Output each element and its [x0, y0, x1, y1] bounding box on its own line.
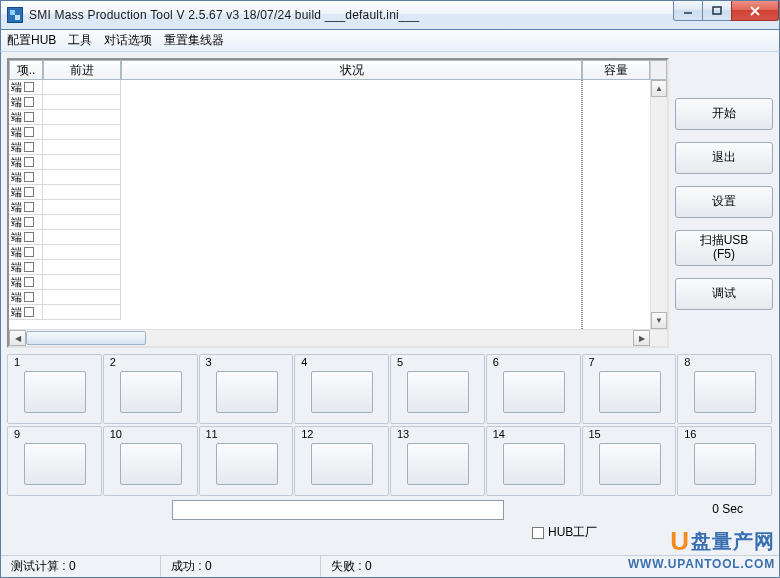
app-icon — [7, 7, 23, 23]
slot-12: 12 — [294, 426, 389, 496]
grid-row[interactable]: 端 — [9, 245, 121, 260]
slot-1: 1 — [7, 354, 102, 424]
slot-button-5[interactable] — [407, 371, 469, 413]
slot-button-12[interactable] — [311, 443, 373, 485]
close-button[interactable] — [731, 1, 779, 21]
grid-row[interactable]: 端 — [9, 110, 121, 125]
slot-15: 15 — [582, 426, 677, 496]
row-label: 端 — [11, 200, 22, 215]
row-checkbox[interactable] — [24, 187, 34, 197]
row-checkbox[interactable] — [24, 232, 34, 242]
debug-button[interactable]: 调试 — [675, 278, 773, 310]
grid-row[interactable]: 端 — [9, 155, 121, 170]
scroll-left-icon[interactable]: ◀ — [9, 330, 26, 346]
col-item[interactable]: 项.. — [9, 60, 43, 80]
grid-row[interactable]: 端 — [9, 275, 121, 290]
row-checkbox[interactable] — [24, 262, 34, 272]
window-title: SMI Mass Production Tool V 2.5.67 v3 18/… — [29, 8, 420, 22]
grid-row[interactable]: 端 — [9, 260, 121, 275]
slot-button-1[interactable] — [24, 371, 86, 413]
menu-dialog-options[interactable]: 对话选项 — [104, 32, 152, 49]
slot-number: 3 — [206, 356, 212, 368]
slot-number: 4 — [301, 356, 307, 368]
exit-button[interactable]: 退出 — [675, 142, 773, 174]
grid-row[interactable]: 端 — [9, 305, 121, 320]
scroll-up-icon[interactable]: ▲ — [651, 80, 667, 97]
slot-button-3[interactable] — [216, 371, 278, 413]
slot-button-9[interactable] — [24, 443, 86, 485]
row-label: 端 — [11, 215, 22, 230]
row-checkbox[interactable] — [24, 202, 34, 212]
row-checkbox[interactable] — [24, 172, 34, 182]
grid-row[interactable]: 端 — [9, 215, 121, 230]
status-ok: 成功 : 0 — [161, 556, 321, 577]
row-checkbox[interactable] — [24, 97, 34, 107]
statusbar: 测试计算 : 0 成功 : 0 失败 : 0 — [1, 555, 779, 577]
scroll-down-icon[interactable]: ▼ — [651, 312, 667, 329]
slot-button-7[interactable] — [599, 371, 661, 413]
menu-tools[interactable]: 工具 — [68, 32, 92, 49]
settings-button[interactable]: 设置 — [675, 186, 773, 218]
slot-button-4[interactable] — [311, 371, 373, 413]
slot-number: 7 — [589, 356, 595, 368]
col-capacity[interactable]: 容量 — [582, 60, 650, 80]
horizontal-scrollbar[interactable]: ◀ ▶ — [9, 329, 667, 346]
checkbox-icon[interactable] — [532, 527, 544, 539]
side-buttons: 开始 退出 设置 扫描USB (F5) 调试 — [675, 58, 773, 348]
start-button[interactable]: 开始 — [675, 98, 773, 130]
slot-button-16[interactable] — [694, 443, 756, 485]
grid-row[interactable]: 端 — [9, 185, 121, 200]
col-status[interactable]: 状况 — [121, 60, 582, 80]
scroll-thumb[interactable] — [26, 331, 146, 345]
slot-button-8[interactable] — [694, 371, 756, 413]
slot-number: 8 — [684, 356, 690, 368]
status-fail: 失败 : 0 — [321, 556, 481, 577]
slot-button-11[interactable] — [216, 443, 278, 485]
slot-number: 13 — [397, 428, 409, 440]
minimize-button[interactable] — [673, 1, 703, 21]
row-label: 端 — [11, 305, 22, 320]
row-checkbox[interactable] — [24, 292, 34, 302]
row-checkbox[interactable] — [24, 112, 34, 122]
scroll-right-icon[interactable]: ▶ — [633, 330, 650, 346]
row-checkbox[interactable] — [24, 142, 34, 152]
slot-button-10[interactable] — [120, 443, 182, 485]
row-checkbox[interactable] — [24, 247, 34, 257]
grid-row[interactable]: 端 — [9, 290, 121, 305]
slot-number: 1 — [14, 356, 20, 368]
slot-number: 16 — [684, 428, 696, 440]
grid-row[interactable]: 端 — [9, 80, 121, 95]
row-checkbox[interactable] — [24, 307, 34, 317]
row-checkbox[interactable] — [24, 127, 34, 137]
grid-row[interactable]: 端 — [9, 170, 121, 185]
maximize-button[interactable] — [702, 1, 732, 21]
row-checkbox[interactable] — [24, 277, 34, 287]
slot-button-14[interactable] — [503, 443, 565, 485]
grid-row[interactable]: 端 — [9, 125, 121, 140]
row-label: 端 — [11, 170, 22, 185]
row-label: 端 — [11, 275, 22, 290]
row-label: 端 — [11, 125, 22, 140]
status-text-box — [172, 500, 504, 520]
grid-row[interactable]: 端 — [9, 230, 121, 245]
slot-button-15[interactable] — [599, 443, 661, 485]
grid-row[interactable]: 端 — [9, 95, 121, 110]
vertical-scrollbar[interactable]: ▲ ▼ — [650, 80, 667, 329]
slot-button-2[interactable] — [120, 371, 182, 413]
col-progress[interactable]: 前进 — [43, 60, 121, 80]
row-checkbox[interactable] — [24, 157, 34, 167]
row-checkbox[interactable] — [24, 82, 34, 92]
slot-button-13[interactable] — [407, 443, 469, 485]
menu-reset-hub[interactable]: 重置集线器 — [164, 32, 224, 49]
slot-button-6[interactable] — [503, 371, 565, 413]
hub-factory-checkbox[interactable]: HUB工厂 — [532, 524, 597, 541]
grid-row[interactable]: 端 — [9, 200, 121, 215]
scan-usb-button[interactable]: 扫描USB (F5) — [675, 230, 773, 266]
row-label: 端 — [11, 80, 22, 95]
slots-area: 12345678 910111213141516 — [7, 348, 773, 496]
row-label: 端 — [11, 185, 22, 200]
slot-number: 9 — [14, 428, 20, 440]
row-checkbox[interactable] — [24, 217, 34, 227]
menu-config-hub[interactable]: 配置HUB — [7, 32, 56, 49]
grid-row[interactable]: 端 — [9, 140, 121, 155]
